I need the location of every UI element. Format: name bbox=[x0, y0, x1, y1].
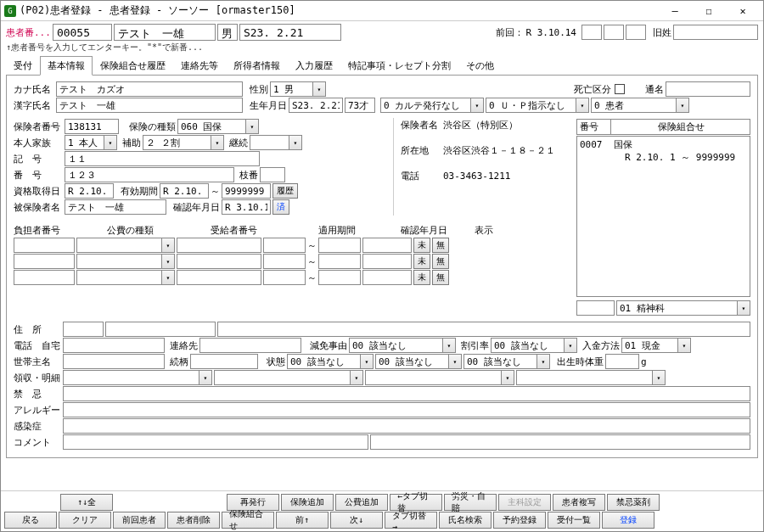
kanja-opt[interactable]: 0 患者▾ bbox=[591, 98, 689, 113]
jotai-3[interactable]: 00 該当なし▾ bbox=[463, 354, 550, 369]
comment-1[interactable] bbox=[63, 434, 368, 450]
rireki-button[interactable]: 履歴 bbox=[272, 183, 298, 199]
tab-uketsuke[interactable]: 受付 bbox=[6, 56, 40, 76]
prev-slot1[interactable] bbox=[581, 25, 602, 40]
tsumei-input[interactable] bbox=[666, 81, 750, 97]
kanji-input[interactable] bbox=[56, 98, 243, 113]
shikaku-input[interactable] bbox=[65, 183, 114, 199]
dob-input[interactable] bbox=[289, 98, 343, 113]
tab-renraku[interactable]: 連絡先等 bbox=[173, 56, 226, 76]
kohi-type-2[interactable]: ▾ bbox=[76, 254, 175, 269]
futansha-3[interactable] bbox=[14, 270, 75, 285]
btn-mae[interactable]: 前↑ bbox=[276, 512, 329, 529]
close-button[interactable]: ✕ bbox=[726, 2, 760, 20]
alg-input[interactable] bbox=[63, 402, 750, 417]
mu-3[interactable]: 無 bbox=[432, 270, 449, 285]
hokensha-no-input[interactable] bbox=[65, 119, 119, 134]
up-opt[interactable]: 0 Ｕ・Ｐ指示なし▾ bbox=[486, 98, 589, 113]
sex-select[interactable]: 1 男▾ bbox=[270, 81, 326, 97]
hihokensha-input[interactable] bbox=[65, 199, 166, 215]
kigo-input[interactable] bbox=[65, 151, 260, 166]
zumi-button[interactable]: 済 bbox=[272, 199, 289, 215]
honnin-select[interactable]: 1 本人▾ bbox=[65, 135, 117, 150]
btn-modoru[interactable]: 戻る bbox=[4, 512, 57, 529]
btn-hoken-tsuika[interactable]: 保険追加 bbox=[281, 494, 334, 511]
waribiki-select[interactable]: 00 該当なし▾ bbox=[491, 338, 577, 353]
patient-no-box[interactable]: 00055 bbox=[53, 24, 112, 41]
kinki-input[interactable] bbox=[63, 386, 750, 401]
btn-udzen[interactable]: ↑↓全 bbox=[60, 494, 113, 511]
zokugara-input[interactable] bbox=[190, 354, 258, 369]
jukyusha-2[interactable] bbox=[177, 254, 261, 269]
ryoshu-2[interactable]: ▾ bbox=[214, 370, 363, 385]
mi-2[interactable]: 未 bbox=[413, 254, 430, 269]
jotai-2[interactable]: 00 該当なし▾ bbox=[375, 354, 462, 369]
jukyusha-1[interactable] bbox=[177, 238, 261, 253]
tekiyo-to-1[interactable] bbox=[318, 238, 361, 253]
kakunin-input[interactable] bbox=[222, 199, 271, 215]
btn-kumiawase[interactable]: 保険組合せ bbox=[222, 512, 274, 529]
renraku-input[interactable] bbox=[199, 338, 301, 353]
hoken-type-select[interactable]: 060 国保▾ bbox=[177, 119, 259, 134]
btn-clear[interactable]: クリア bbox=[59, 512, 111, 529]
btn-tab-right[interactable]: タブ切替→ bbox=[385, 512, 437, 529]
kansen-input[interactable] bbox=[63, 418, 750, 434]
comment-2[interactable] bbox=[370, 434, 750, 450]
mi-1[interactable]: 未 bbox=[413, 238, 430, 253]
jotai-1[interactable]: 00 該当なし▾ bbox=[287, 354, 374, 369]
tab-other[interactable]: その他 bbox=[458, 56, 502, 76]
futansha-1[interactable] bbox=[14, 238, 75, 253]
ryoshu-3[interactable]: ▾ bbox=[365, 370, 514, 385]
tab-shotoku[interactable]: 所得者情報 bbox=[226, 56, 288, 76]
ka-select[interactable]: 01 精神科▾ bbox=[616, 300, 750, 316]
btn-touroku[interactable]: 登録 bbox=[602, 512, 654, 529]
genmen-select[interactable]: 00 該当なし▾ bbox=[349, 338, 456, 353]
yuko2-input[interactable] bbox=[222, 183, 271, 199]
mu-1[interactable]: 無 bbox=[432, 238, 449, 253]
tekiyo-from-3[interactable] bbox=[263, 270, 306, 285]
keizoku-select[interactable]: ▾ bbox=[250, 135, 302, 150]
btn-sakujo[interactable]: 患者削除 bbox=[167, 512, 220, 529]
kumiawase-list[interactable]: 0007 国保 R 2.10. 1 ～ 9999999 bbox=[576, 136, 750, 297]
btn-kanjafukusha[interactable]: 患者複写 bbox=[553, 494, 605, 511]
btn-kohi-tsuika[interactable]: 公費追加 bbox=[335, 494, 388, 511]
kana-input[interactable] bbox=[56, 81, 243, 97]
jukyusha-3[interactable] bbox=[177, 270, 261, 285]
prev-slot2[interactable] bbox=[604, 25, 624, 40]
karte-opt[interactable]: 0 カルテ発行なし▾ bbox=[380, 98, 484, 113]
nyukin-select[interactable]: 01 現金▾ bbox=[621, 338, 691, 353]
btn-shimei[interactable]: 氏名検索 bbox=[439, 512, 492, 529]
maximize-button[interactable]: ☐ bbox=[692, 2, 726, 20]
tekiyo-from-2[interactable] bbox=[263, 254, 306, 269]
tab-hoken-rireki[interactable]: 保険組合せ履歴 bbox=[93, 56, 173, 76]
btn-yoyaku[interactable]: 予約登録 bbox=[493, 512, 546, 529]
jusho-1[interactable] bbox=[105, 322, 216, 337]
btn-rousai[interactable]: 労災・自賠 bbox=[444, 494, 497, 511]
kakunin-1[interactable] bbox=[362, 238, 412, 253]
denwa-home-input[interactable] bbox=[63, 338, 165, 353]
kohi-type-3[interactable]: ▾ bbox=[76, 270, 175, 285]
prev-slot3[interactable] bbox=[626, 25, 646, 40]
kakunin-2[interactable] bbox=[362, 254, 412, 269]
tekiyo-to-3[interactable] bbox=[318, 270, 361, 285]
yuko1-input[interactable] bbox=[160, 183, 209, 199]
jusho-2[interactable] bbox=[217, 322, 750, 337]
taiju-input[interactable] bbox=[605, 354, 639, 369]
tab-tokki[interactable]: 特記事項・レセプト分割 bbox=[340, 56, 458, 76]
btn-tsugi[interactable]: 次↓ bbox=[330, 512, 383, 529]
btn-uketsuke-ichiran[interactable]: 受付一覧 bbox=[548, 512, 600, 529]
mu-2[interactable]: 無 bbox=[432, 254, 449, 269]
ka-code[interactable] bbox=[576, 300, 615, 316]
futansha-2[interactable] bbox=[14, 254, 75, 269]
jusho-zip[interactable] bbox=[63, 322, 104, 337]
btn-kinkiyakuzai[interactable]: 禁忌薬剤 bbox=[607, 494, 660, 511]
bango-input[interactable] bbox=[65, 167, 234, 182]
kohi-type-1[interactable]: ▾ bbox=[76, 238, 175, 253]
edaban-input[interactable] bbox=[260, 167, 285, 182]
btn-zenkai[interactable]: 前回患者 bbox=[113, 512, 166, 529]
mi-3[interactable]: 未 bbox=[413, 270, 430, 285]
btn-tab-left[interactable]: ←タブ切替 bbox=[390, 494, 442, 511]
tekiyo-to-2[interactable] bbox=[318, 254, 361, 269]
tekiyo-from-1[interactable] bbox=[263, 238, 306, 253]
old-surname-input[interactable] bbox=[673, 25, 758, 40]
